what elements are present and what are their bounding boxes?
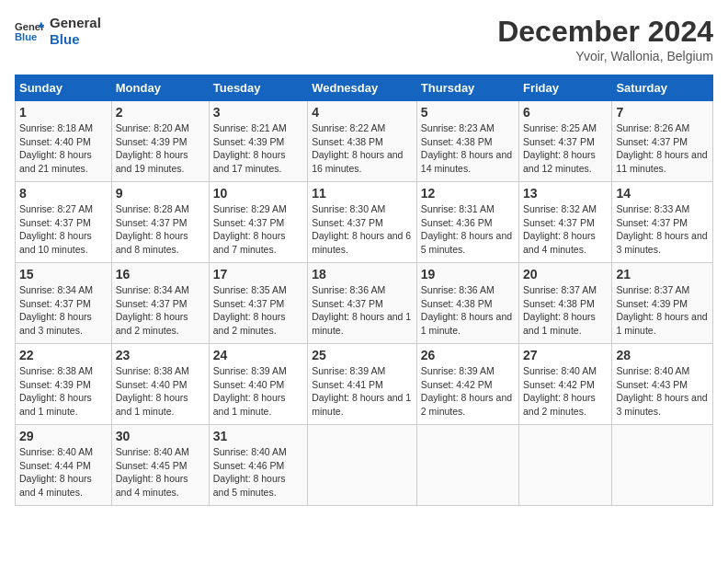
calendar-cell — [612, 425, 713, 506]
day-info: Sunrise: 8:40 AM Sunset: 4:43 PM Dayligh… — [616, 364, 709, 419]
logo-blue: Blue — [50, 31, 101, 48]
calendar-cell: 15 Sunrise: 8:34 AM Sunset: 4:37 PM Dayl… — [16, 263, 112, 344]
calendar-cell: 1 Sunrise: 8:18 AM Sunset: 4:40 PM Dayli… — [16, 101, 112, 182]
day-info: Sunrise: 8:39 AM Sunset: 4:40 PM Dayligh… — [213, 364, 303, 419]
day-number: 25 — [312, 348, 413, 362]
day-info: Sunrise: 8:37 AM Sunset: 4:38 PM Dayligh… — [523, 283, 608, 338]
day-number: 9 — [116, 186, 205, 201]
day-number: 13 — [523, 186, 608, 201]
day-info: Sunrise: 8:35 AM Sunset: 4:37 PM Dayligh… — [213, 283, 303, 338]
day-info: Sunrise: 8:34 AM Sunset: 4:37 PM Dayligh… — [19, 283, 108, 338]
day-number: 10 — [213, 186, 303, 201]
location-subtitle: Yvoir, Wallonia, Belgium — [497, 49, 713, 63]
day-number: 17 — [213, 267, 303, 282]
calendar-cell: 22 Sunrise: 8:38 AM Sunset: 4:39 PM Dayl… — [16, 344, 112, 425]
day-info: Sunrise: 8:38 AM Sunset: 4:40 PM Dayligh… — [116, 364, 205, 419]
day-info: Sunrise: 8:40 AM Sunset: 4:42 PM Dayligh… — [523, 364, 608, 419]
week-row-1: 1 Sunrise: 8:18 AM Sunset: 4:40 PM Dayli… — [16, 101, 713, 182]
calendar-cell: 8 Sunrise: 8:27 AM Sunset: 4:37 PM Dayli… — [16, 182, 112, 263]
day-info: Sunrise: 8:38 AM Sunset: 4:39 PM Dayligh… — [19, 364, 108, 419]
day-header-sunday: Sunday — [16, 75, 112, 101]
calendar-cell: 6 Sunrise: 8:25 AM Sunset: 4:37 PM Dayli… — [519, 101, 612, 182]
calendar-cell: 7 Sunrise: 8:26 AM Sunset: 4:37 PM Dayli… — [612, 101, 713, 182]
calendar-cell: 5 Sunrise: 8:23 AM Sunset: 4:38 PM Dayli… — [416, 101, 518, 182]
week-row-3: 15 Sunrise: 8:34 AM Sunset: 4:37 PM Dayl… — [16, 263, 713, 344]
calendar-cell: 18 Sunrise: 8:36 AM Sunset: 4:37 PM Dayl… — [308, 263, 417, 344]
day-number: 2 — [116, 105, 205, 120]
day-number: 7 — [616, 105, 709, 120]
calendar-cell: 9 Sunrise: 8:28 AM Sunset: 4:37 PM Dayli… — [111, 182, 209, 263]
day-number: 26 — [421, 348, 515, 362]
day-header-tuesday: Tuesday — [209, 75, 307, 101]
day-number: 3 — [213, 105, 303, 120]
day-info: Sunrise: 8:40 AM Sunset: 4:46 PM Dayligh… — [213, 445, 303, 500]
day-number: 4 — [312, 105, 413, 120]
calendar-cell: 26 Sunrise: 8:39 AM Sunset: 4:42 PM Dayl… — [416, 344, 518, 425]
week-row-5: 29 Sunrise: 8:40 AM Sunset: 4:44 PM Dayl… — [16, 425, 713, 506]
calendar-cell: 28 Sunrise: 8:40 AM Sunset: 4:43 PM Dayl… — [612, 344, 713, 425]
day-info: Sunrise: 8:20 AM Sunset: 4:39 PM Dayligh… — [116, 121, 205, 176]
calendar-cell: 14 Sunrise: 8:33 AM Sunset: 4:37 PM Dayl… — [612, 182, 713, 263]
calendar-cell: 27 Sunrise: 8:40 AM Sunset: 4:42 PM Dayl… — [519, 344, 612, 425]
day-number: 5 — [421, 105, 515, 120]
day-header-monday: Monday — [111, 75, 209, 101]
day-info: Sunrise: 8:40 AM Sunset: 4:44 PM Dayligh… — [19, 445, 108, 500]
day-info: Sunrise: 8:22 AM Sunset: 4:38 PM Dayligh… — [312, 121, 413, 176]
day-info: Sunrise: 8:32 AM Sunset: 4:37 PM Dayligh… — [523, 202, 608, 257]
day-info: Sunrise: 8:33 AM Sunset: 4:37 PM Dayligh… — [616, 202, 709, 257]
day-number: 14 — [616, 186, 709, 201]
calendar-header-row: SundayMondayTuesdayWednesdayThursdayFrid… — [16, 75, 713, 101]
calendar-cell — [416, 425, 518, 506]
calendar-cell: 30 Sunrise: 8:40 AM Sunset: 4:45 PM Dayl… — [111, 425, 209, 506]
day-info: Sunrise: 8:21 AM Sunset: 4:39 PM Dayligh… — [213, 121, 303, 176]
calendar-cell — [308, 425, 417, 506]
day-info: Sunrise: 8:39 AM Sunset: 4:41 PM Dayligh… — [312, 364, 413, 419]
day-info: Sunrise: 8:25 AM Sunset: 4:37 PM Dayligh… — [523, 121, 608, 176]
logo-icon: General Blue — [15, 18, 44, 44]
calendar-body: 1 Sunrise: 8:18 AM Sunset: 4:40 PM Dayli… — [16, 101, 713, 506]
day-info: Sunrise: 8:40 AM Sunset: 4:45 PM Dayligh… — [116, 445, 205, 500]
calendar-cell: 23 Sunrise: 8:38 AM Sunset: 4:40 PM Dayl… — [111, 344, 209, 425]
day-number: 20 — [523, 267, 608, 282]
day-number: 28 — [616, 348, 709, 362]
day-number: 24 — [213, 348, 303, 362]
day-info: Sunrise: 8:39 AM Sunset: 4:42 PM Dayligh… — [421, 364, 515, 419]
day-number: 18 — [312, 267, 413, 282]
calendar-cell: 19 Sunrise: 8:36 AM Sunset: 4:38 PM Dayl… — [416, 263, 518, 344]
day-number: 16 — [116, 267, 205, 282]
calendar-cell: 20 Sunrise: 8:37 AM Sunset: 4:38 PM Dayl… — [519, 263, 612, 344]
calendar-cell: 16 Sunrise: 8:34 AM Sunset: 4:37 PM Dayl… — [111, 263, 209, 344]
day-number: 6 — [523, 105, 608, 120]
calendar-cell: 24 Sunrise: 8:39 AM Sunset: 4:40 PM Dayl… — [209, 344, 307, 425]
day-number: 27 — [523, 348, 608, 362]
day-number: 31 — [213, 429, 303, 443]
day-info: Sunrise: 8:36 AM Sunset: 4:38 PM Dayligh… — [421, 283, 515, 338]
week-row-4: 22 Sunrise: 8:38 AM Sunset: 4:39 PM Dayl… — [16, 344, 713, 425]
calendar-cell: 10 Sunrise: 8:29 AM Sunset: 4:37 PM Dayl… — [209, 182, 307, 263]
calendar-cell: 11 Sunrise: 8:30 AM Sunset: 4:37 PM Dayl… — [308, 182, 417, 263]
day-number: 22 — [19, 348, 108, 362]
day-info: Sunrise: 8:37 AM Sunset: 4:39 PM Dayligh… — [616, 283, 709, 338]
day-info: Sunrise: 8:36 AM Sunset: 4:37 PM Dayligh… — [312, 283, 413, 338]
day-number: 11 — [312, 186, 413, 201]
day-info: Sunrise: 8:23 AM Sunset: 4:38 PM Dayligh… — [421, 121, 515, 176]
page-header: General Blue General Blue December 2024 … — [15, 15, 713, 63]
day-header-saturday: Saturday — [612, 75, 713, 101]
day-number: 21 — [616, 267, 709, 282]
day-number: 23 — [116, 348, 205, 362]
title-block: December 2024 Yvoir, Wallonia, Belgium — [497, 15, 713, 63]
calendar-cell: 2 Sunrise: 8:20 AM Sunset: 4:39 PM Dayli… — [111, 101, 209, 182]
calendar-table: SundayMondayTuesdayWednesdayThursdayFrid… — [15, 75, 713, 506]
calendar-cell: 4 Sunrise: 8:22 AM Sunset: 4:38 PM Dayli… — [308, 101, 417, 182]
day-header-friday: Friday — [519, 75, 612, 101]
day-info: Sunrise: 8:30 AM Sunset: 4:37 PM Dayligh… — [312, 202, 413, 257]
calendar-cell: 13 Sunrise: 8:32 AM Sunset: 4:37 PM Dayl… — [519, 182, 612, 263]
day-number: 29 — [19, 429, 108, 443]
day-number: 12 — [421, 186, 515, 201]
day-header-thursday: Thursday — [416, 75, 518, 101]
day-number: 8 — [19, 186, 108, 201]
calendar-cell — [519, 425, 612, 506]
day-number: 15 — [19, 267, 108, 282]
logo-general: General — [50, 15, 101, 31]
day-info: Sunrise: 8:34 AM Sunset: 4:37 PM Dayligh… — [116, 283, 205, 338]
